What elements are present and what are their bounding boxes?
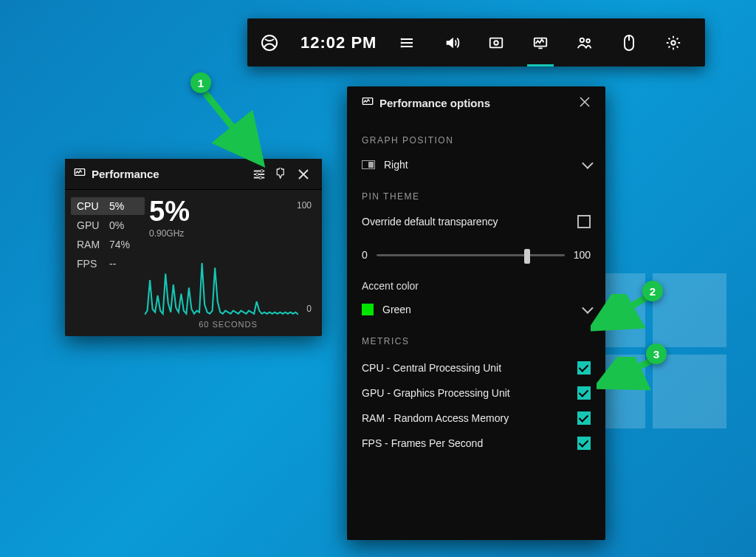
metric-toggle-cpu-checkbox[interactable] xyxy=(577,361,591,375)
svg-point-8 xyxy=(587,38,591,42)
performance-icon[interactable] xyxy=(518,18,563,66)
metric-toggle-gpu: GPU - Graphics Processing Unit xyxy=(362,380,591,406)
close-icon[interactable] xyxy=(292,163,315,185)
performance-chart-area: 5% 0.90GHz 100 0 60 SECONDS xyxy=(145,197,312,330)
metric-toggle-ram: RAM - Random Access Memory xyxy=(362,406,591,431)
annotation-marker-1: 1 xyxy=(190,72,211,93)
svg-point-7 xyxy=(580,38,585,42)
slider-max-label: 100 xyxy=(574,249,591,261)
annotation-marker-3: 3 xyxy=(646,344,667,364)
metric-row-cpu[interactable]: CPU5% xyxy=(71,197,145,215)
metric-toggle-fps-label: FPS - Frames Per Second xyxy=(362,437,483,449)
svg-rect-4 xyxy=(490,38,503,47)
graph-position-dropdown[interactable]: Right xyxy=(362,154,591,175)
xbox-icon[interactable] xyxy=(247,34,292,52)
svg-line-19 xyxy=(604,360,652,383)
svg-point-1 xyxy=(401,38,402,40)
override-transparency-label: Override default transparency xyxy=(362,216,498,228)
svg-point-5 xyxy=(495,41,499,45)
cpu-frequency: 0.90GHz xyxy=(149,228,312,239)
xbox-game-bar: 12:02 PM xyxy=(247,18,705,66)
metric-toggle-ram-label: RAM - Random Access Memory xyxy=(362,412,509,424)
transparency-slider[interactable] xyxy=(377,254,565,256)
performance-options-panel: Performance options GRAPH POSITION Right… xyxy=(347,86,605,540)
graph-position-section-label: GRAPH POSITION xyxy=(362,135,591,146)
xbox-social-icon[interactable] xyxy=(563,18,607,66)
accent-color-value: Green xyxy=(382,304,411,315)
svg-point-11 xyxy=(672,41,676,45)
pin-icon[interactable] xyxy=(270,163,292,185)
performance-widget-title: Performance xyxy=(92,168,159,180)
metric-row-gpu[interactable]: GPU0% xyxy=(71,216,145,234)
graph-position-value: Right xyxy=(384,159,408,171)
accent-color-dropdown[interactable]: Green xyxy=(362,299,591,320)
pin-theme-section-label: PIN THEME xyxy=(362,191,591,202)
slider-min-label: 0 xyxy=(362,249,368,261)
svg-point-2 xyxy=(401,42,402,44)
accent-color-label: Accent color xyxy=(362,280,591,292)
performance-options-icon[interactable] xyxy=(248,163,270,185)
metrics-section-label: METRICS xyxy=(362,336,591,346)
svg-point-3 xyxy=(401,46,402,47)
metric-toggle-fps-checkbox[interactable] xyxy=(577,437,591,450)
audio-icon[interactable] xyxy=(430,18,474,66)
performance-monitor-icon xyxy=(74,168,86,180)
chart-x-label: 60 SECONDS xyxy=(145,320,312,329)
svg-point-15 xyxy=(259,176,262,179)
metric-toggle-gpu-checkbox[interactable] xyxy=(577,386,591,400)
performance-widget-header: Performance xyxy=(65,159,322,190)
annotation-marker-2: 2 xyxy=(642,281,663,301)
chart-y-min: 0 xyxy=(306,304,312,314)
annotation-arrow-1 xyxy=(199,87,273,168)
svg-line-17 xyxy=(205,93,257,157)
performance-monitor-icon xyxy=(362,97,374,109)
metric-toggle-cpu: CPU - Central Processing Unit xyxy=(362,355,591,380)
chart-y-max: 100 xyxy=(297,200,312,211)
svg-point-0 xyxy=(262,35,277,50)
metric-toggle-fps: FPS - Frames Per Second xyxy=(362,431,591,456)
performance-options-title: Performance options xyxy=(379,97,490,109)
chevron-down-icon xyxy=(583,304,591,315)
widgets-menu-icon[interactable] xyxy=(385,18,430,66)
slider-thumb[interactable] xyxy=(524,249,530,264)
clock: 12:02 PM xyxy=(292,33,385,52)
graph-position-right-icon xyxy=(362,160,375,169)
svg-point-14 xyxy=(256,173,259,176)
metric-toggle-gpu-label: GPU - Graphics Processing Unit xyxy=(362,387,510,399)
settings-icon[interactable] xyxy=(651,18,695,66)
performance-widget: Performance CPU5% GPU0% RAM74% FPS-- 5% … xyxy=(65,159,322,336)
metric-row-ram[interactable]: RAM74% xyxy=(71,236,145,253)
metric-toggle-cpu-label: CPU - Central Processing Unit xyxy=(362,362,501,374)
metric-toggle-ram-checkbox[interactable] xyxy=(577,411,591,425)
cpu-sparkline-chart xyxy=(145,242,298,318)
metrics-list: CPU5% GPU0% RAM74% FPS-- xyxy=(71,197,145,330)
metric-row-fps[interactable]: FPS-- xyxy=(71,255,145,273)
cpu-percent-big: 5% xyxy=(149,197,312,225)
chevron-down-icon xyxy=(583,159,591,171)
capture-icon[interactable] xyxy=(474,18,518,66)
accent-color-swatch xyxy=(362,304,374,315)
mouse-icon[interactable] xyxy=(607,18,651,66)
override-transparency-checkbox[interactable] xyxy=(577,215,591,228)
svg-point-13 xyxy=(261,169,264,172)
close-icon[interactable] xyxy=(579,96,591,110)
